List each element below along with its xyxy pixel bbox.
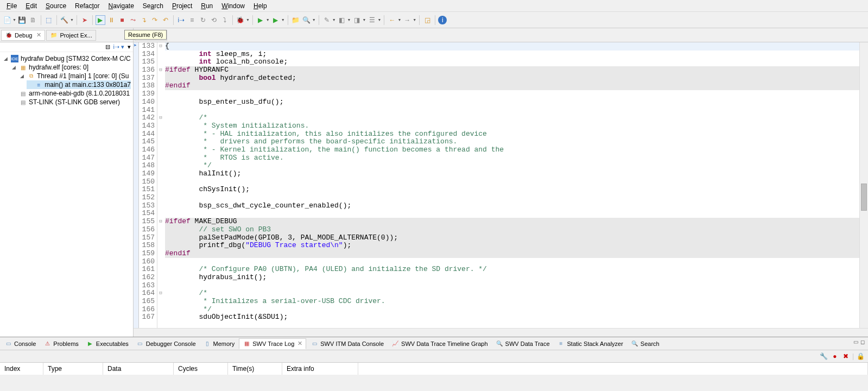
tab-search[interactable]: 🔍Search — [628, 339, 663, 349]
close-icon[interactable]: ✕ — [36, 31, 41, 39]
close-icon[interactable]: ✕ — [297, 340, 302, 347]
tab-debugger-console[interactable]: ▭Debugger Console — [133, 339, 199, 349]
skip-icon[interactable]: ➤ — [80, 15, 90, 25]
col-index[interactable]: Index — [0, 363, 43, 375]
tree-gdb[interactable]: ▤arm-none-eabi-gdb (8.1.0.2018031 — [10, 89, 131, 98]
config-icon[interactable]: 🔧 — [820, 352, 828, 361]
menu-project[interactable]: Project — [168, 1, 197, 10]
tab-executables-label: Executables — [96, 340, 129, 347]
menu-search[interactable]: Search — [138, 1, 168, 10]
binary-icon[interactable]: ⬚ — [44, 15, 54, 25]
tab-executables[interactable]: ▶Executables — [83, 339, 132, 349]
nav2-icon[interactable]: ◨ — [352, 15, 362, 25]
new-icon[interactable]: 📄 — [2, 15, 12, 25]
tree-frame[interactable]: ≡main() at main.c:133 0x801a7 — [27, 80, 131, 89]
folder-icon[interactable]: 📁 — [291, 15, 301, 25]
instr-step-icon[interactable]: i➝ — [176, 15, 186, 25]
save-icon[interactable]: 💾 — [17, 15, 27, 25]
code-content[interactable]: { int sleep_ms, i; int local_nb_console;… — [164, 42, 859, 328]
build-icon[interactable]: 🔨 — [60, 15, 69, 25]
record-icon[interactable]: ● — [831, 352, 839, 361]
terminate-icon[interactable]: ■ — [117, 15, 127, 25]
tree-elf[interactable]: ◢▦hydrafw.elf [cores: 0] — [10, 63, 131, 72]
step-mode-icon[interactable]: i➝ ▾ — [113, 43, 125, 51]
tab-console[interactable]: ▭Console — [1, 339, 39, 349]
reset2-icon[interactable]: ⤵ — [220, 15, 230, 25]
persp-icon[interactable]: ◲ — [422, 15, 432, 25]
tab-problems[interactable]: ⚠Problems — [40, 339, 81, 349]
tree-stlink[interactable]: ▤ST-LINK (ST-LINK GDB server) — [10, 98, 131, 106]
stack-icon: ≡ — [557, 340, 565, 348]
nav3-icon[interactable]: ☰ — [367, 15, 377, 25]
col-type[interactable]: Type — [43, 363, 103, 375]
tab-swv-timeline[interactable]: 📈SWV Data Trace Timeline Graph — [388, 339, 491, 349]
info-icon[interactable]: i — [438, 16, 447, 24]
menu-source[interactable]: Source — [41, 1, 71, 10]
disconnect-icon[interactable]: ⤳ — [128, 15, 138, 25]
menu-help[interactable]: Help — [249, 1, 271, 10]
fold-bar[interactable]: ⊟⊟⊟⊟⊟ — [157, 42, 164, 328]
main-toolbar: 📄▼ 💾 🗎 ⬚ 🔨▼ ➤ ▶ ⏸ ■ ⤳ ↴ ↷ ↶ i➝ ≡ ↻ ⟲ ⤵ 🐞… — [0, 12, 868, 28]
menu-edit[interactable]: Edit — [21, 1, 41, 10]
menu-run[interactable]: Run — [197, 1, 217, 10]
tab-problems-label: Problems — [53, 340, 78, 347]
tab-debug[interactable]: 🐞 Debug ✕ — [1, 30, 45, 41]
tree-launch[interactable]: ◢IDEhydrafw Debug [STM32 Cortex-M C/C — [2, 54, 131, 63]
vertical-scrollbar[interactable] — [859, 42, 868, 328]
tab-swv-itm[interactable]: ▭SWV ITM Data Console — [307, 339, 387, 349]
run-ext-icon[interactable]: ▶ — [271, 15, 281, 25]
tab-memory[interactable]: ▯Memory — [200, 339, 238, 349]
col-data[interactable]: Data — [103, 363, 174, 375]
wand-icon[interactable]: ✎ — [322, 15, 332, 25]
marker-bar[interactable]: ➤ — [134, 42, 139, 328]
collapse-icon[interactable]: ⊟ — [105, 43, 110, 51]
tab-project-explorer[interactable]: 📁 Project Ex... — [46, 30, 96, 41]
tab-static-stack[interactable]: ≡Static Stack Analyzer — [554, 339, 626, 349]
tab-console-label: Console — [14, 340, 36, 347]
dbgconsole-icon: ▭ — [136, 340, 144, 348]
delete-icon[interactable]: ✖ — [841, 352, 850, 361]
step-into-icon[interactable]: ↴ — [139, 15, 149, 25]
tab-debug-label: Debug — [15, 32, 32, 39]
search-tb-icon[interactable]: 🔍 — [302, 15, 312, 25]
tab-swv-trace-log[interactable]: ▦SWV Trace Log✕ — [239, 338, 306, 349]
col-times[interactable]: Time(s) — [228, 363, 282, 375]
fwd-icon[interactable]: → — [402, 15, 412, 25]
save-all-icon[interactable]: 🗎 — [28, 15, 38, 25]
menu-navigate[interactable]: Navigate — [104, 1, 138, 10]
folder-icon: 📁 — [50, 31, 58, 39]
horizontal-scrollbar[interactable] — [134, 328, 868, 337]
restart-icon[interactable]: ⟲ — [209, 15, 219, 25]
search-icon: 🔍 — [631, 340, 638, 348]
back-icon[interactable]: ← — [387, 15, 397, 25]
nav1-icon[interactable]: ◧ — [337, 15, 347, 25]
bug-icon[interactable]: 🐞 — [236, 15, 245, 25]
col-extra[interactable]: Extra info — [282, 363, 358, 375]
menu-refactor[interactable]: Refactor — [71, 1, 104, 10]
suspend-icon[interactable]: ⏸ — [106, 15, 116, 25]
resume-icon[interactable]: ▶ — [96, 15, 105, 25]
run-icon[interactable]: ▶ — [256, 15, 265, 25]
tree-thread[interactable]: ◢⧉Thread #1 [main] 1 [core: 0] (Su — [18, 72, 131, 80]
minimize-icon[interactable]: ▭ — [853, 339, 858, 345]
tab-swv-data[interactable]: 🔍SWV Data Trace — [492, 339, 553, 349]
view-menu-icon[interactable]: ▾ — [128, 43, 131, 51]
tab-stack-label: Static Stack Analyzer — [567, 340, 623, 347]
step-return-icon[interactable]: ↶ — [161, 15, 170, 25]
bottom-panel: ▭ ◻ ▭Console ⚠Problems ▶Executables ▭Deb… — [0, 337, 868, 390]
step-over-icon[interactable]: ↷ — [150, 15, 160, 25]
reset-icon[interactable]: ↻ — [198, 15, 208, 25]
chart-icon: 📈 — [391, 340, 399, 348]
maximize-icon[interactable]: ◻ — [860, 339, 865, 345]
scrollbar-thumb[interactable] — [861, 184, 867, 211]
editor-area: ▭ ✕ Resume (F8) ➤ 1331341351361371381391… — [134, 28, 868, 337]
col-cycles[interactable]: Cycles — [174, 363, 228, 375]
tree-thread-label: Thread #1 [main] 1 [core: 0] (Su — [37, 72, 129, 80]
process-icon: ▤ — [19, 90, 27, 97]
resume-tooltip: Resume (F8) — [124, 30, 167, 40]
tab-search-label: Search — [641, 340, 660, 347]
step-filter-icon[interactable]: ≡ — [187, 15, 197, 25]
menu-file[interactable]: File — [2, 1, 21, 10]
menu-window[interactable]: Window — [217, 1, 249, 10]
scroll-lock-icon[interactable]: 🔒 — [856, 352, 865, 361]
